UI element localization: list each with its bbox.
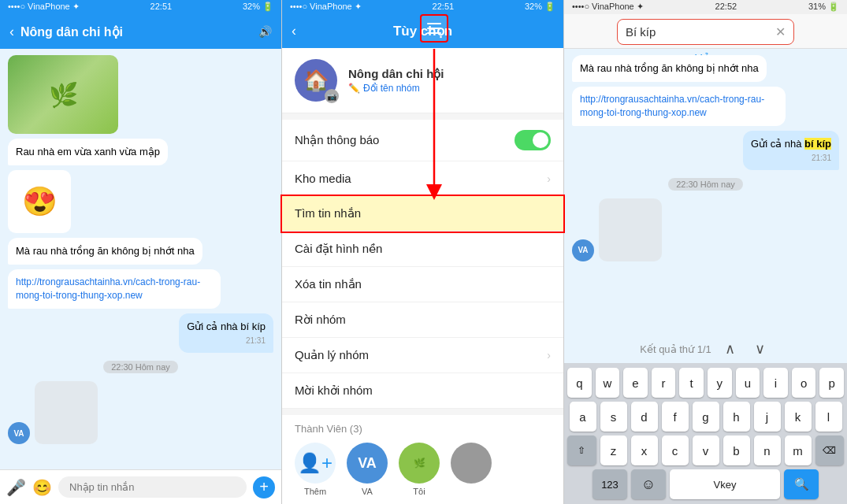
key-q[interactable]: q: [567, 368, 592, 398]
status-battery-1: 32% 🔋: [243, 2, 273, 13]
key-g[interactable]: g: [693, 402, 719, 432]
members-row: 👤+ Thêm VA VA 🌿 Tôi: [295, 443, 551, 496]
key-n[interactable]: n: [754, 435, 781, 465]
messages-area: 🌿 Rau nhà em vừa xanh vừa mập 😍 Mà rau n…: [0, 49, 281, 469]
key-u[interactable]: u: [736, 368, 760, 398]
key-r[interactable]: r: [652, 368, 676, 398]
group-name: Nông dân chi hội: [348, 67, 444, 81]
result-next-button[interactable]: ∨: [749, 338, 771, 360]
avatar-message-row: VA: [8, 381, 273, 444]
options-back-button[interactable]: ‹: [292, 23, 296, 39]
key-h[interactable]: h: [723, 402, 750, 432]
number-key[interactable]: 123: [593, 469, 627, 499]
key-t[interactable]: t: [679, 368, 704, 398]
menu-item-media[interactable]: Kho media ›: [282, 161, 563, 196]
member-name: Tôi: [413, 487, 425, 496]
link-message[interactable]: http://trongrausachtainha.vn/cach-trong-…: [572, 87, 786, 126]
emoji-icon[interactable]: 😊: [32, 478, 52, 497]
keyboard-row-3: ⇧ z x c v b n m ⌫: [567, 435, 844, 465]
highlighted-match: bí kíp: [804, 138, 831, 150]
key-z[interactable]: z: [600, 435, 627, 465]
menu-item-notifications[interactable]: Nhận thông báo: [282, 120, 563, 161]
shift-key[interactable]: ⇧: [567, 435, 596, 465]
menu-item-wallpaper[interactable]: Cài đặt hình nền: [282, 232, 563, 267]
key-p[interactable]: p: [819, 368, 844, 398]
speaker-icon[interactable]: 🔊: [258, 25, 272, 38]
options-panel: ••••○ VinaPhone ✦ 22:51 32% 🔋 ‹ Tùy chọn…: [282, 0, 564, 504]
key-m[interactable]: m: [785, 435, 812, 465]
add-attachment-button[interactable]: +: [253, 476, 275, 498]
add-member-button[interactable]: 👤+: [295, 443, 336, 484]
key-w[interactable]: w: [596, 368, 620, 398]
menu-item-search-msg[interactable]: Tìm tin nhắn: [282, 196, 563, 232]
menu-item-delete[interactable]: Xóa tin nhắn: [282, 267, 563, 302]
keyboard-row-2: a s d f g h j k l: [567, 402, 844, 432]
menu-label: Tìm tin nhắn: [295, 206, 361, 220]
image-message: 🌿: [8, 55, 118, 134]
chat-title: Nông dân chi hội: [20, 24, 252, 39]
key-l[interactable]: l: [815, 402, 842, 432]
menu-item-invite[interactable]: Mời khởi nhóm: [282, 373, 563, 409]
toggle-on[interactable]: [515, 130, 551, 150]
backspace-key[interactable]: ⌫: [815, 435, 845, 465]
camera-badge: 📷: [325, 89, 339, 103]
status-time-3: 22:52: [715, 2, 737, 13]
search-key[interactable]: 🔍: [784, 469, 819, 499]
add-member-item[interactable]: 👤+ Thêm: [295, 443, 336, 496]
avatar: VA: [8, 422, 30, 444]
rename-label: Đổi tên nhóm: [363, 83, 420, 94]
members-label: Thành Viên (3): [295, 423, 551, 435]
group-name-area: Nông dân chi hội ✏️ Đổi tên nhóm: [348, 67, 444, 94]
status-bar-2: ••••○ VinaPhone ✦ 22:51 32% 🔋: [282, 0, 563, 14]
key-i[interactable]: i: [763, 368, 788, 398]
link-message[interactable]: http://trongrausachtainha.vn/cach-trong-…: [8, 269, 221, 309]
search-result-message: Gửi cả nhà bí kíp 21:31: [743, 131, 839, 170]
key-a[interactable]: a: [570, 402, 596, 432]
emoji-key[interactable]: ☺: [631, 469, 666, 499]
key-y[interactable]: y: [708, 368, 732, 398]
menu-item-manage[interactable]: Quản lý nhóm ›: [282, 338, 563, 373]
search-clear-button[interactable]: ✕: [775, 24, 786, 39]
key-f[interactable]: f: [662, 402, 689, 432]
menu-label: Kho media: [295, 172, 351, 185]
back-button[interactable]: ‹: [9, 24, 14, 40]
hamburger-annotation: [420, 14, 448, 43]
menu-label: Mời khởi nhóm: [295, 384, 373, 398]
key-s[interactable]: s: [600, 402, 627, 432]
outgoing-message: Gửi cả nhà bí kíp 21:31: [179, 313, 273, 353]
menu-label: Xóa tin nhắn: [295, 277, 362, 291]
status-bar-1: ••••○ VinaPhone ✦ 22:51 32% 🔋: [0, 0, 281, 14]
menu-item-leave[interactable]: Rời nhóm: [282, 302, 563, 338]
space-key[interactable]: Vkey: [670, 469, 780, 499]
keyboard-row-1: q w e r t y u i o p: [567, 368, 844, 398]
key-o[interactable]: o: [792, 368, 816, 398]
chat-input-field[interactable]: [58, 476, 247, 498]
status-time-1: 22:51: [150, 2, 173, 13]
member-avatar-va: VA: [347, 443, 388, 484]
group-info: 🏠 📷 Nông dân chi hội ✏️ Đổi tên nhóm: [282, 48, 563, 113]
search-messages-area: Mà rau nhà trồng ăn không bị nhớt nha ht…: [564, 49, 847, 335]
status-bar-3: ••••○ VinaPhone ✦ 22:52 31% 🔋: [564, 0, 847, 14]
key-v[interactable]: v: [693, 435, 719, 465]
status-time-2: 22:51: [433, 2, 455, 13]
key-e[interactable]: e: [623, 368, 648, 398]
chat-panel: ••••○ VinaPhone ✦ 22:51 32% 🔋 ‹ Nông dân…: [0, 0, 282, 504]
avatar-2: VA: [572, 239, 594, 261]
key-d[interactable]: d: [631, 402, 658, 432]
menu-label: Cài đặt hình nền: [295, 242, 382, 256]
key-x[interactable]: x: [631, 435, 658, 465]
key-j[interactable]: j: [754, 402, 781, 432]
key-k[interactable]: k: [785, 402, 812, 432]
key-b[interactable]: b: [723, 435, 750, 465]
result-message-time: 21:31: [751, 153, 831, 164]
message-time: 21:31: [187, 335, 266, 346]
rename-link[interactable]: ✏️ Đổi tên nhóm: [348, 83, 444, 94]
image-placeholder: 🌿: [8, 55, 118, 134]
search-input[interactable]: [626, 25, 775, 39]
microphone-icon[interactable]: 🎤: [6, 478, 26, 497]
member-item: VA VA: [347, 443, 388, 496]
result-prev-button[interactable]: ∧: [719, 338, 741, 360]
member-name: Thêm: [304, 487, 326, 496]
result-info-bar: Kết quả thứ 1/1 ∧ ∨: [564, 338, 847, 360]
key-c[interactable]: c: [662, 435, 689, 465]
